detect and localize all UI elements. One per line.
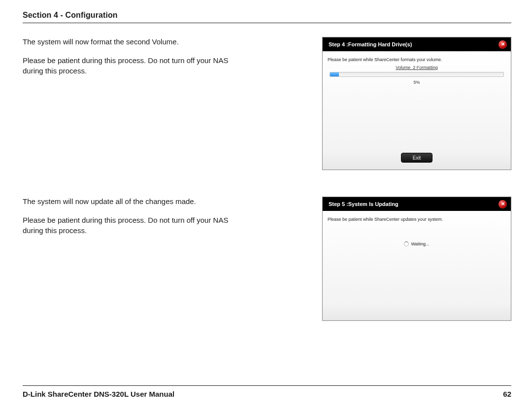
- dialog-title: Step 5 :System Is Updating: [329, 201, 399, 207]
- dialog-header: Step 4 :Formatting Hard Drive(s) ✕: [323, 37, 511, 51]
- dialog-instruction: Please be patient while ShareCenter form…: [328, 57, 506, 62]
- dialog-title: Step 4 :Formatting Hard Drive(s): [329, 41, 412, 47]
- dialog-instruction: Please be patient while ShareCenter upda…: [328, 217, 506, 222]
- waiting-indicator: Waiting...: [328, 241, 506, 246]
- footer-rule: [23, 385, 511, 386]
- update-text: The system will now update all of the ch…: [23, 197, 230, 236]
- dialog-header: Step 5 :System Is Updating ✕: [323, 197, 511, 211]
- format-text: The system will now format the second Vo…: [23, 37, 230, 76]
- update-paragraph-1: The system will now update all of the ch…: [23, 197, 230, 206]
- volume-label: Volume_2 Formatting: [328, 65, 506, 70]
- progress-percent: 5%: [328, 80, 506, 85]
- page-content: The system will now format the second Vo…: [23, 37, 511, 321]
- dialog-body: Please be patient while ShareCenter form…: [323, 51, 511, 170]
- dialog-footer: Exit: [328, 149, 506, 165]
- dialog-body: Please be patient while ShareCenter upda…: [323, 211, 511, 320]
- page-number: 62: [503, 390, 511, 398]
- update-paragraph-2: Please be patient during this process. D…: [23, 215, 230, 236]
- update-row: The system will now update all of the ch…: [23, 197, 511, 321]
- section-header: Section 4 - Configuration: [23, 11, 511, 23]
- exit-button[interactable]: Exit: [401, 153, 432, 163]
- format-paragraph-2: Please be patient during this process. D…: [23, 56, 230, 76]
- waiting-label: Waiting...: [411, 241, 429, 246]
- format-row: The system will now format the second Vo…: [23, 37, 511, 170]
- progress-fill: [330, 72, 339, 76]
- close-icon[interactable]: ✕: [499, 40, 507, 49]
- update-dialog: Step 5 :System Is Updating ✕ Please be p…: [322, 197, 511, 321]
- header-rule: [23, 23, 511, 23]
- close-icon[interactable]: ✕: [499, 200, 507, 208]
- format-dialog: Step 4 :Formatting Hard Drive(s) ✕ Pleas…: [322, 37, 511, 170]
- format-paragraph-1: The system will now format the second Vo…: [23, 37, 230, 47]
- section-title: Section 4 - Configuration: [23, 11, 511, 20]
- page-footer: D-Link ShareCenter DNS-320L User Manual …: [23, 385, 511, 398]
- manual-title: D-Link ShareCenter DNS-320L User Manual: [23, 390, 174, 398]
- progress-bar: [330, 72, 504, 77]
- spinner-icon: [404, 241, 409, 246]
